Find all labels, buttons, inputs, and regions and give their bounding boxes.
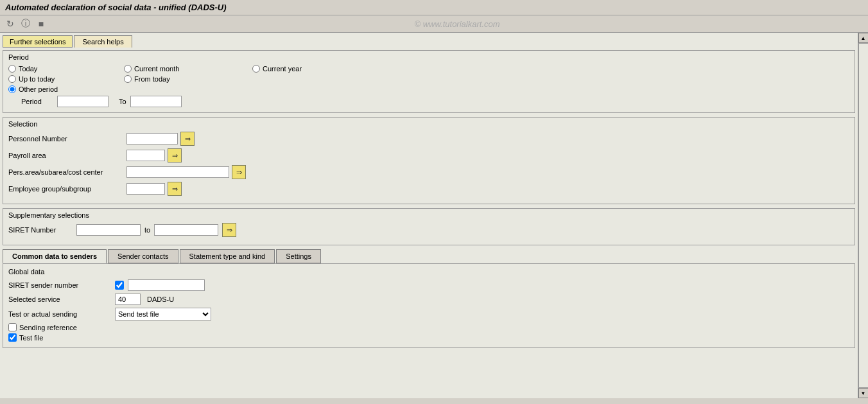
search-helps-button[interactable]: Search helps [74, 35, 132, 48]
tab-statement-type[interactable]: Statement type and kind [180, 249, 275, 263]
personnel-number-label: Personnel Number [8, 135, 124, 143]
info-icon[interactable]: ⓘ [19, 17, 32, 30]
radio-current-year: Current year [252, 65, 381, 73]
radio-current-month: Current month [124, 65, 252, 73]
sending-reference-row: Sending reference [8, 323, 849, 331]
test-actual-label: Test or actual sending [8, 310, 111, 318]
period-to-input[interactable] [130, 96, 182, 107]
payroll-area-row: Payroll area ⇒ [8, 148, 849, 162]
selection-section: Selection Personnel Number ⇒ Payroll are… [3, 117, 855, 204]
test-file-row: Test file [8, 333, 849, 342]
period-date-row: Period To [8, 96, 849, 107]
sending-reference-checkbox[interactable] [8, 323, 17, 331]
bottom-tab-bar: Common data to senders Sender contacts S… [3, 249, 855, 263]
siret-sender-checkbox[interactable] [115, 281, 124, 290]
top-tab-bar: Further selections Search helps [3, 35, 855, 48]
radio-up-to-today-label: Up to today [19, 75, 55, 83]
employee-group-row: Employee group/subgroup ⇒ [8, 182, 849, 196]
siret-sender-label: SIRET sender number [8, 281, 111, 289]
app-title: Automated declaration of social data - u… [5, 3, 227, 12]
siret-from-input[interactable] [76, 224, 141, 236]
test-file-checkbox[interactable] [8, 333, 17, 342]
pers-area-arrow-btn[interactable]: ⇒ [232, 165, 246, 179]
radio-current-month-label: Current month [134, 65, 179, 73]
pers-area-label: Pers.area/subarea/cost center [8, 168, 124, 176]
selected-service-row: Selected service 40 DADS-U [8, 294, 849, 305]
selected-service-text: DADS-U [147, 295, 174, 303]
radio-other-period: Other period [8, 85, 849, 93]
personnel-number-row: Personnel Number ⇒ [8, 132, 849, 146]
payroll-area-input[interactable] [126, 150, 165, 161]
radio-other-period-label: Other period [19, 85, 58, 93]
tab-sender-contacts[interactable]: Sender contacts [108, 249, 178, 263]
tab-content-area: Global data SIRET sender number Selected… [3, 263, 855, 348]
radio-up-to-today: Up to today [8, 75, 124, 83]
title-bar: Automated declaration of social data - u… [0, 0, 868, 15]
payroll-area-label: Payroll area [8, 152, 124, 159]
period-section: Period Today Current month Current year … [3, 50, 855, 113]
global-data-title: Global data [8, 268, 849, 276]
test-actual-select[interactable]: Send test file Send actual file [115, 308, 211, 321]
sending-reference-label: Sending reference [19, 324, 77, 331]
employee-group-input[interactable] [126, 183, 165, 195]
scroll-track [858, 43, 869, 388]
supplementary-title: Supplementary selections [8, 211, 849, 219]
period-from-input[interactable] [57, 96, 108, 107]
test-file-label: Test file [19, 334, 43, 342]
global-data-section: Global data SIRET sender number Selected… [8, 268, 849, 342]
layout-icon[interactable]: ■ [35, 17, 48, 30]
siret-arrow-btn[interactable]: ⇒ [222, 223, 236, 237]
siret-sender-row: SIRET sender number [8, 279, 849, 291]
employee-group-label: Employee group/subgroup [8, 185, 124, 193]
siret-to-input[interactable] [154, 224, 218, 236]
radio-up-to-today-input[interactable] [8, 75, 16, 83]
radio-today: Today [8, 65, 124, 73]
radio-today-label: Today [19, 65, 37, 73]
radio-current-year-input[interactable] [252, 65, 260, 73]
toolbar: ↻ ⓘ ■ © www.tutorialkart.com [0, 15, 868, 33]
personnel-number-arrow-btn[interactable]: ⇒ [180, 132, 195, 146]
siret-number-label: SIRET Number [8, 226, 73, 234]
siret-number-row: SIRET Number to ⇒ [8, 223, 849, 237]
scroll-down-btn[interactable]: ▼ [858, 388, 869, 398]
supplementary-section: Supplementary selections SIRET Number to… [3, 208, 855, 245]
pers-area-input[interactable] [126, 166, 229, 178]
to-label: To [119, 98, 126, 105]
radio-current-year-label: Current year [263, 65, 302, 73]
radio-current-month-input[interactable] [124, 65, 132, 73]
watermark: © www.tutorialkart.com [50, 19, 864, 29]
tab-common-data[interactable]: Common data to senders [3, 249, 107, 263]
period-title: Period [8, 53, 849, 61]
scrollbar: ▲ ▼ [858, 33, 868, 398]
selected-service-code: 40 [115, 294, 141, 305]
scroll-up-btn[interactable]: ▲ [858, 33, 869, 43]
further-selections-button[interactable]: Further selections [3, 35, 73, 48]
radio-from-today-input[interactable] [124, 75, 132, 83]
pers-area-row: Pers.area/subarea/cost center ⇒ [8, 165, 849, 179]
selection-title: Selection [8, 120, 849, 128]
radio-other-period-input[interactable] [8, 85, 16, 93]
radio-today-input[interactable] [8, 65, 16, 73]
employee-group-arrow-btn[interactable]: ⇒ [168, 182, 182, 196]
siret-to-label: to [144, 226, 150, 234]
period-label: Period [21, 98, 53, 105]
radio-from-today-label: From today [134, 75, 170, 83]
tab-settings[interactable]: Settings [276, 249, 321, 263]
period-radios: Today Current month Current year Up to t… [8, 65, 849, 83]
test-actual-row: Test or actual sending Send test file Se… [8, 308, 849, 321]
payroll-area-arrow-btn[interactable]: ⇒ [168, 148, 182, 162]
back-icon[interactable]: ↻ [4, 17, 17, 30]
siret-sender-input[interactable] [128, 279, 205, 291]
radio-from-today: From today [124, 75, 252, 83]
personnel-number-input[interactable] [126, 133, 178, 145]
selected-service-label: Selected service [8, 295, 111, 303]
